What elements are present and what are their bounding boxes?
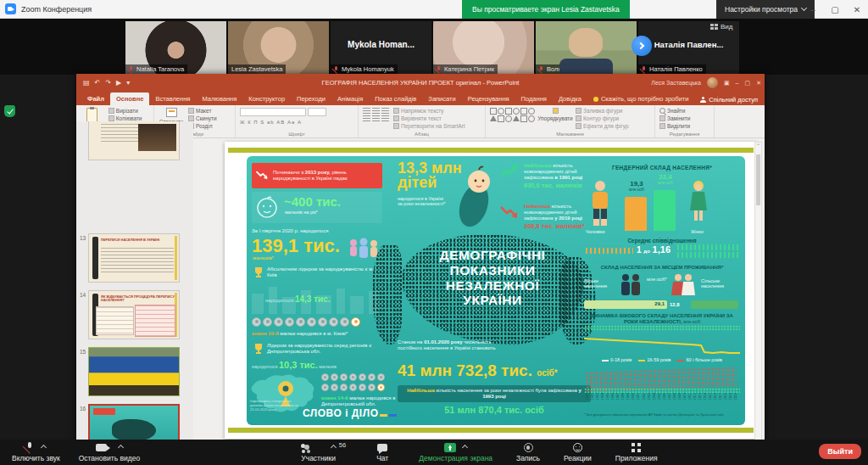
- mic-muted-icon: [129, 66, 134, 73]
- smartart-button[interactable]: Перетворити на SmartArt: [393, 123, 465, 129]
- tab-file[interactable]: Файл: [81, 92, 110, 105]
- max-population-value: 51 млн 870,4 тис. осіб: [398, 405, 591, 416]
- participant-tile[interactable]: Mykola Homan... Mykola Homanyuk: [331, 21, 431, 74]
- chevron-up-icon[interactable]: [331, 445, 337, 451]
- tab-slideshow[interactable]: Показ слайдів: [369, 92, 422, 105]
- shape-outline-icon: [576, 115, 581, 121]
- meeting-security-shield-icon[interactable]: [4, 105, 15, 117]
- urban-people-icon: [618, 273, 643, 299]
- slide-canvas[interactable]: Починаючи з 2013 року, рівень народжуван…: [225, 142, 757, 439]
- numbering-icon[interactable]: [372, 108, 380, 114]
- minimize-button[interactable]: –: [802, 5, 824, 14]
- unmute-button[interactable]: Включить звук: [12, 442, 60, 462]
- women-people-strip: [677, 244, 738, 250]
- group-label: Малювання: [486, 132, 654, 137]
- view-settings-button[interactable]: Настройки просмотра: [716, 0, 815, 19]
- font-size-combobox[interactable]: [308, 108, 326, 116]
- chevron-up-icon[interactable]: [41, 445, 47, 451]
- close-button[interactable]: ✕: [846, 5, 868, 14]
- select-button[interactable]: Виділити: [659, 123, 690, 129]
- arrange-icon: [553, 108, 559, 114]
- group-font: Ж К П S ab АВ Аа А Шрифт: [236, 105, 359, 137]
- slide-thumbnail-14[interactable]: ЯК ВІДБУВАЄТЬСЯ ПРОЦЕДУРА ПЕРЕПИСУ НАСЕЛ…: [88, 290, 180, 339]
- shape-effects-button[interactable]: Ефекти для фігур: [576, 123, 629, 129]
- record-icon: [524, 443, 533, 452]
- ppt-restore-button[interactable]: ▢: [745, 80, 751, 87]
- paste-icon: [86, 108, 97, 122]
- replace-button[interactable]: Замінити: [659, 115, 690, 121]
- tab-review[interactable]: Рецензування: [462, 92, 515, 105]
- chat-button[interactable]: Чат: [376, 442, 388, 462]
- chevron-up-icon[interactable]: [462, 445, 468, 451]
- shape-fill-button[interactable]: Заливка фігури: [576, 108, 629, 114]
- participants-button[interactable]: 56 Участники: [301, 442, 336, 462]
- arrange-button[interactable]: Упорядкувати: [539, 108, 571, 121]
- leave-button[interactable]: Выйти: [819, 444, 861, 459]
- tab-view[interactable]: Подання: [515, 92, 553, 105]
- maximize-button[interactable]: ▢: [824, 5, 846, 14]
- max-population-banner: Найбільша кількість населення за роки не…: [398, 385, 591, 402]
- next-participants-button[interactable]: [632, 36, 652, 56]
- man-figure-icon: [589, 180, 611, 227]
- tab-help[interactable]: Довідка: [553, 92, 587, 105]
- slide-number: 14: [80, 292, 86, 298]
- align-text-button[interactable]: Вирівняти текст: [393, 115, 465, 121]
- record-button[interactable]: Запись: [516, 442, 540, 462]
- population-value: 41 млн 732,8 тис. осіб*: [398, 361, 558, 380]
- ribbon-options-icon[interactable]: ▣: [724, 80, 730, 87]
- stop-video-button[interactable]: Остановить видео: [79, 442, 140, 462]
- shapes-gallery[interactable]: [490, 108, 535, 122]
- align-center-icon[interactable]: [372, 115, 380, 121]
- mic-muted-icon: [539, 66, 544, 73]
- tab-animations[interactable]: Анімація: [331, 92, 369, 105]
- bullets-icon[interactable]: [363, 108, 370, 114]
- chart-legend: 0-18 років 16-59 років 60 і більше років: [584, 357, 740, 362]
- births-per-year-value: ~400 тис.: [284, 194, 341, 209]
- layout-button[interactable]: Макет: [188, 108, 217, 114]
- align-right-icon[interactable]: [381, 115, 389, 121]
- chart-green-labels: [584, 325, 740, 332]
- lightbulb-icon: [593, 97, 598, 102]
- tab-design[interactable]: Конструктор: [242, 92, 291, 105]
- slide-number: 13: [80, 235, 86, 241]
- chevron-up-icon[interactable]: [118, 445, 124, 451]
- font-format-buttons[interactable]: Ж К П S ab АВ Аа А: [240, 120, 302, 125]
- group-editing: Знайти Замінити Виділити Редагування: [655, 105, 715, 137]
- tell-me-box[interactable]: Скажіть, що потрібно зробити: [587, 92, 695, 105]
- reactions-button[interactable]: Реакции: [564, 442, 592, 462]
- slide-scrollbar[interactable]: ⌃: [754, 142, 762, 462]
- apps-button[interactable]: Приложения: [615, 442, 658, 462]
- group-label: Абзац: [359, 132, 485, 137]
- men-label: Чоловіки: [586, 229, 605, 234]
- participants-count: 56: [339, 441, 346, 449]
- align-left-icon[interactable]: [363, 115, 370, 121]
- participant-tile[interactable]: Natalia Taranova: [125, 21, 226, 74]
- residence-bar: 29,1 12,8: [584, 300, 740, 309]
- slide-top-border: [228, 148, 754, 153]
- share-screen-button[interactable]: Демонстрация экрана: [419, 442, 492, 462]
- tab-record[interactable]: Записати: [422, 92, 461, 105]
- tab-draw[interactable]: Малювання: [196, 92, 242, 105]
- indent-icon[interactable]: [381, 108, 389, 114]
- account-avatar[interactable]: [707, 77, 718, 88]
- participant-tile[interactable]: Володимир Грицевич: [536, 21, 637, 74]
- slide-thumbnail-15[interactable]: [88, 347, 180, 396]
- text-direction-button[interactable]: Напрямок тексту: [393, 108, 465, 114]
- share-button[interactable]: Спільний доступ: [700, 96, 758, 104]
- ppt-minimize-button[interactable]: –: [736, 80, 739, 86]
- tab-home[interactable]: Основне: [110, 92, 149, 105]
- ppt-close-button[interactable]: ✕: [756, 80, 761, 87]
- tab-transitions[interactable]: Переходи: [291, 92, 331, 105]
- font-name-combobox[interactable]: [240, 108, 306, 116]
- view-button[interactable]: Вид: [710, 23, 732, 31]
- participant-tile[interactable]: Lesia Zastavetska: [228, 21, 329, 74]
- slide-thumbnail-13[interactable]: ПЕРЕПИСИ НАСЕЛЕННЯ В УКРАЇНІ: [88, 233, 180, 283]
- participant-tile[interactable]: Катерина Петрик: [433, 21, 534, 74]
- baby-icon: [255, 195, 279, 219]
- find-button[interactable]: Знайти: [659, 108, 690, 114]
- shape-outline-button[interactable]: Контур фігури: [576, 115, 629, 121]
- shape-fill-icon: [576, 108, 581, 114]
- reset-button[interactable]: Скинути: [188, 115, 217, 121]
- tab-insert[interactable]: Вставлення: [149, 92, 196, 105]
- slide-thumbnail-12[interactable]: [88, 121, 180, 160]
